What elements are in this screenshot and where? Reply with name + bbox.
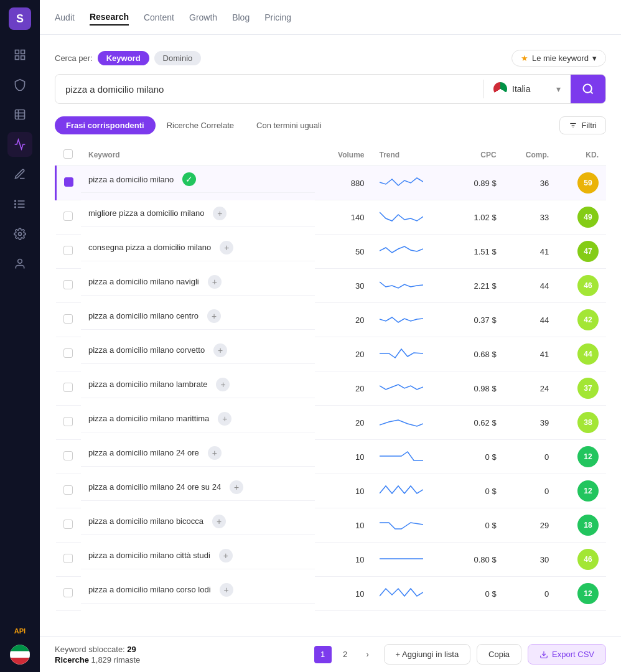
row-checkbox[interactable]: [63, 212, 73, 221]
grid-icon[interactable]: [7, 42, 32, 67]
comp-cell: 41: [504, 235, 556, 269]
research-icon[interactable]: [7, 132, 32, 157]
tab-con-termini-uguali[interactable]: Con termini uguali: [245, 116, 333, 134]
add-keyword-button[interactable]: +: [220, 583, 233, 597]
add-keyword-button[interactable]: +: [213, 343, 227, 357]
add-keyword-button[interactable]: +: [230, 480, 243, 494]
chart-icon[interactable]: [7, 102, 32, 127]
le-mie-keyword-button[interactable]: ★ Le mie keyword ▾: [511, 50, 606, 67]
dominio-badge[interactable]: Dominio: [154, 51, 202, 65]
pencil-icon[interactable]: [7, 162, 32, 187]
export-csv-button[interactable]: Export CSV: [528, 644, 606, 665]
copia-button[interactable]: Copia: [477, 644, 521, 665]
shield-icon[interactable]: [7, 72, 32, 97]
cpc-cell: 0 $: [452, 577, 504, 611]
row-checkbox[interactable]: [64, 177, 73, 187]
nav-blog[interactable]: Blog: [232, 10, 250, 25]
footer-actions: + Aggiungi in lista Copia Export CSV: [384, 644, 606, 665]
filtri-button[interactable]: Filtri: [559, 116, 606, 134]
add-keyword-button[interactable]: +: [208, 275, 222, 289]
nav-audit[interactable]: Audit: [55, 10, 75, 25]
keyword-text: migliore pizza a domicilio milano: [88, 208, 204, 218]
svg-rect-1: [21, 50, 25, 54]
add-keyword-button[interactable]: +: [219, 549, 233, 562]
keyword-cell: migliore pizza a domicilio milano+: [81, 200, 315, 227]
add-keyword-button[interactable]: +: [208, 446, 222, 460]
row-checkbox[interactable]: [63, 485, 73, 495]
nav-growth[interactable]: Growth: [189, 10, 217, 25]
column-keyword: Keyword: [81, 144, 315, 166]
add-keyword-button[interactable]: +: [218, 412, 231, 426]
row-checkbox[interactable]: [63, 314, 73, 324]
add-keyword-button[interactable]: ✓: [182, 172, 196, 186]
row-checkbox[interactable]: [63, 417, 73, 426]
row-checkbox[interactable]: [63, 451, 73, 460]
keyword-text: pizza a domicilio milano navigli: [88, 277, 199, 286]
kd-badge: 44: [577, 343, 599, 365]
row-checkbox[interactable]: [63, 554, 73, 563]
table-row: pizza a domicilio milano corvetto+200.68…: [56, 337, 607, 371]
settings-icon[interactable]: [7, 222, 32, 246]
aggiungi-lista-button[interactable]: + Aggiungi in lista: [384, 644, 471, 665]
row-checkbox-cell: [56, 474, 82, 508]
keyword-text: pizza a domicilio milano 24 ore: [88, 448, 199, 457]
app-logo[interactable]: S: [9, 7, 31, 30]
star-icon: ★: [521, 54, 528, 63]
row-checkbox[interactable]: [63, 348, 73, 358]
trend-sparkline: [380, 481, 423, 500]
italy-flag: [493, 82, 507, 96]
add-keyword-button[interactable]: +: [213, 207, 226, 220]
user-flag[interactable]: [10, 645, 30, 665]
row-checkbox[interactable]: [63, 246, 73, 255]
row-checkbox-cell: [56, 235, 82, 269]
row-checkbox[interactable]: [63, 280, 73, 289]
comp-cell: 36: [504, 166, 556, 200]
row-checkbox[interactable]: [63, 383, 73, 392]
trend-sparkline: [380, 241, 423, 260]
add-keyword-button[interactable]: +: [207, 309, 221, 323]
nav-pricing[interactable]: Pricing: [264, 10, 291, 25]
comp-cell: 44: [504, 269, 556, 303]
api-label[interactable]: API: [14, 627, 26, 635]
column-trend: Trend: [372, 144, 452, 166]
keyword-cell: pizza a domicilio milano bicocca+: [81, 508, 315, 535]
search-input[interactable]: [55, 84, 483, 95]
list-icon[interactable]: [7, 192, 32, 217]
trend-sparkline: [380, 310, 423, 329]
country-selector[interactable]: Italia ▾: [483, 82, 571, 96]
keyword-count: Keyword sbloccate: 29: [55, 645, 140, 654]
svg-rect-0: [16, 50, 19, 54]
next-page-button[interactable]: ›: [359, 646, 376, 663]
row-checkbox[interactable]: [63, 588, 73, 597]
row-checkbox-cell: [56, 508, 82, 543]
keyword-text: pizza a domicilio milano corso lodi: [88, 585, 211, 594]
select-all-checkbox[interactable]: [63, 149, 73, 159]
row-checkbox[interactable]: [63, 520, 73, 529]
trend-sparkline: [380, 276, 423, 294]
table-row: pizza a domicilio milano navigli+302.21 …: [56, 269, 607, 303]
content-area: Cerca per: Keyword Dominio ★ Le mie keyw…: [40, 35, 621, 636]
page-2-button[interactable]: 2: [337, 646, 354, 663]
keyword-badge[interactable]: Keyword: [98, 51, 149, 65]
volume-cell: 50: [315, 235, 371, 269]
add-keyword-button[interactable]: +: [212, 515, 226, 528]
comp-cell: 24: [504, 371, 556, 406]
add-keyword-button[interactable]: +: [216, 378, 230, 391]
nav-research[interactable]: Research: [90, 9, 129, 26]
tab-ricerche-correlate[interactable]: Ricerche Correlate: [156, 116, 245, 134]
search-button[interactable]: [571, 75, 605, 103]
user-icon[interactable]: [7, 251, 32, 276]
page-1-button[interactable]: 1: [314, 646, 332, 663]
comp-cell: 0: [504, 577, 556, 611]
cpc-cell: 1.02 $: [452, 200, 504, 235]
row-checkbox-cell: [56, 371, 82, 406]
volume-cell: 20: [315, 303, 371, 337]
column-kd: KD.: [556, 144, 606, 166]
trend-cell: [372, 303, 452, 337]
add-keyword-button[interactable]: +: [220, 241, 233, 254]
nav-content[interactable]: Content: [144, 10, 174, 25]
kd-badge: 46: [577, 549, 599, 570]
trend-cell: [372, 440, 452, 474]
tab-frasi-corrispondenti[interactable]: Frasi corrispondenti: [55, 116, 156, 134]
comp-cell: 29: [504, 508, 556, 543]
